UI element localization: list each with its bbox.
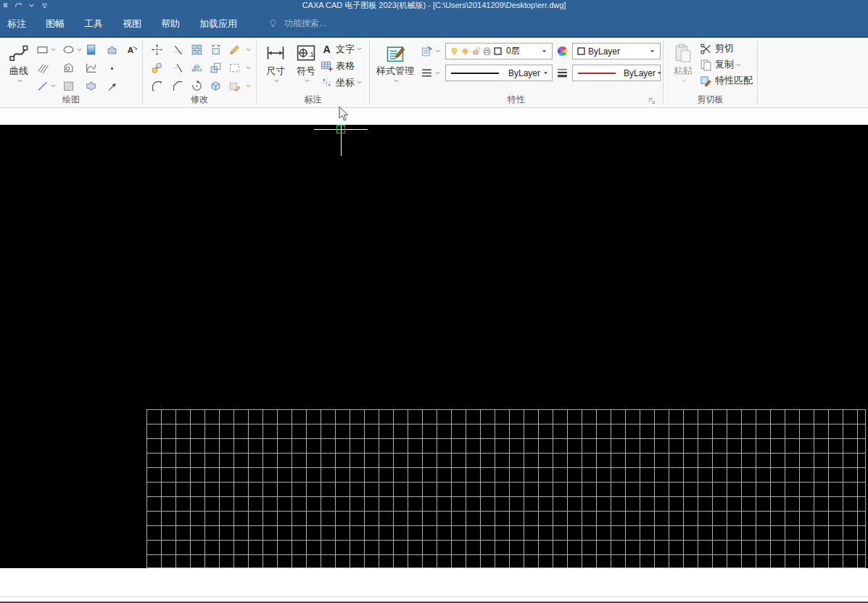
menu-tab-tools[interactable]: 工具 bbox=[84, 17, 103, 30]
menu-bar: 标注 图幅 工具 视图 帮助 加载应用 功能搜索... bbox=[0, 11, 868, 38]
paste-button[interactable]: 粘贴 bbox=[668, 40, 698, 84]
chevron-down-icon bbox=[393, 78, 400, 84]
chevron-down-icon[interactable] bbox=[50, 46, 57, 53]
unlock-icon bbox=[471, 46, 481, 56]
scale-icon[interactable] bbox=[210, 62, 222, 74]
region-icon[interactable] bbox=[62, 62, 75, 74]
match-properties-label: 特性匹配 bbox=[715, 74, 753, 87]
coordinate-button-label: 坐标 bbox=[336, 76, 355, 89]
gradient-fill-icon[interactable] bbox=[85, 44, 97, 56]
fillet-icon[interactable] bbox=[151, 80, 163, 92]
extend-icon[interactable] bbox=[172, 62, 184, 74]
color-wheel-icon[interactable] bbox=[556, 45, 569, 57]
chevron-down-icon bbox=[356, 79, 363, 86]
layer-combobox[interactable]: 0层 bbox=[445, 43, 553, 60]
chevron-down-icon[interactable] bbox=[245, 83, 252, 89]
coordinate-button[interactable]: 坐标 bbox=[321, 74, 363, 91]
menu-tab-drawing-frame[interactable]: 图幅 bbox=[46, 17, 65, 30]
menu-tab-load-apps[interactable]: 加载应用 bbox=[199, 17, 237, 30]
cut-button-label: 剪切 bbox=[715, 42, 734, 55]
hatch-fill-icon[interactable] bbox=[62, 80, 75, 92]
dimension-button[interactable]: 尺寸 bbox=[261, 40, 290, 84]
line-icon[interactable] bbox=[36, 80, 49, 92]
trim-icon[interactable] bbox=[172, 44, 184, 56]
chevron-down-icon[interactable] bbox=[76, 46, 83, 53]
move-icon[interactable] bbox=[151, 44, 163, 56]
box3d-icon[interactable] bbox=[210, 80, 222, 92]
chevron-down-icon[interactable] bbox=[434, 48, 441, 54]
part-profile-icon[interactable] bbox=[85, 80, 97, 92]
curve-button-label: 曲线 bbox=[9, 65, 28, 78]
function-search[interactable]: 功能搜索... bbox=[268, 17, 326, 30]
layer-tool-icon[interactable] bbox=[421, 45, 433, 57]
coordinate-icon bbox=[321, 76, 333, 89]
chevron-down-icon[interactable] bbox=[50, 83, 57, 89]
function-curve-icon[interactable] bbox=[85, 62, 97, 74]
dimension-button-label: 尺寸 bbox=[266, 65, 285, 78]
pointer-icon[interactable] bbox=[106, 80, 118, 92]
table-icon bbox=[321, 60, 333, 72]
chamfer-icon[interactable] bbox=[172, 80, 184, 92]
text-button-label: 文字 bbox=[336, 43, 355, 56]
match-properties-button[interactable]: 特性匹配 bbox=[700, 73, 753, 89]
dashed-rect-icon[interactable] bbox=[228, 62, 241, 74]
chevron-down-icon[interactable] bbox=[434, 70, 441, 76]
hatch-edit-icon[interactable] bbox=[228, 80, 241, 92]
chevron-down-icon bbox=[681, 78, 687, 84]
lineweight-icon[interactable] bbox=[556, 67, 569, 79]
color-combobox[interactable]: ByLayer bbox=[572, 43, 661, 60]
copy-button-label: 复制 bbox=[715, 58, 734, 71]
dropdown-arrow-icon bbox=[540, 47, 548, 55]
group-separator bbox=[757, 41, 758, 104]
paste-icon bbox=[673, 42, 693, 64]
svg-text:A: A bbox=[323, 44, 330, 55]
menu-tab-dimension[interactable]: 标注 bbox=[7, 17, 26, 30]
curve-button[interactable]: 曲线 bbox=[3, 40, 35, 84]
menu-tab-view[interactable]: 视图 bbox=[123, 17, 141, 30]
menu-tab-help[interactable]: 帮助 bbox=[161, 17, 180, 30]
cut-button[interactable]: 剪切 bbox=[700, 41, 753, 57]
ribbon-group-dimension: 尺寸 .1 符号 A 文字 表格 坐标 标注 bbox=[257, 38, 369, 107]
spline-curve-icon bbox=[9, 42, 29, 64]
delete-pencil-icon[interactable] bbox=[228, 44, 241, 56]
table-button[interactable]: 表格 bbox=[321, 57, 363, 74]
chevron-down-icon bbox=[17, 78, 23, 84]
svg-text:.1: .1 bbox=[308, 50, 314, 58]
modify-tool-grid bbox=[151, 41, 252, 95]
mirror-icon[interactable] bbox=[191, 62, 203, 74]
ellipse-icon[interactable] bbox=[62, 44, 75, 56]
stretch-icon[interactable] bbox=[210, 44, 222, 56]
hatch-lines-icon[interactable] bbox=[36, 62, 49, 74]
clipboard-small-buttons: 剪切 复制 特性匹配 bbox=[700, 41, 753, 89]
linetype-combobox[interactable]: ByLayer bbox=[445, 65, 553, 81]
chevron-down-icon[interactable] bbox=[245, 65, 252, 71]
lightbulb-search-icon bbox=[268, 18, 278, 29]
copy-offset-icon[interactable] bbox=[151, 62, 163, 74]
group-label-dimension: 标注 bbox=[257, 94, 369, 106]
style-manager-button[interactable]: 样式管理 bbox=[373, 40, 418, 84]
symbol-icon: .1 bbox=[296, 42, 316, 64]
symbol-button-label: 符号 bbox=[297, 65, 315, 78]
chevron-down-icon[interactable] bbox=[245, 46, 252, 53]
lineweight-combobox[interactable]: ByLayer bbox=[572, 65, 661, 81]
pickbox bbox=[336, 125, 345, 134]
drawing-canvas[interactable] bbox=[0, 125, 868, 568]
status-bar bbox=[0, 568, 868, 603]
rectangle-icon[interactable] bbox=[36, 44, 49, 56]
text-rotate-icon[interactable]: A bbox=[125, 44, 138, 56]
lineweight-value: ByLayer bbox=[624, 68, 656, 78]
rotate-icon[interactable] bbox=[191, 80, 203, 92]
text-button[interactable]: A 文字 bbox=[321, 41, 363, 57]
status-divider bbox=[0, 596, 868, 597]
block-insert-icon[interactable] bbox=[106, 44, 118, 56]
dimension-small-buttons: A 文字 表格 坐标 bbox=[321, 41, 363, 91]
match-properties-icon bbox=[700, 75, 712, 87]
array-icon[interactable] bbox=[191, 44, 203, 56]
copy-button[interactable]: 复制 bbox=[700, 57, 753, 73]
linetype-icon[interactable] bbox=[421, 67, 433, 79]
symbol-button[interactable]: .1 符号 bbox=[292, 40, 321, 84]
point-icon[interactable] bbox=[106, 62, 118, 74]
bulb-icon bbox=[450, 46, 459, 56]
properties-controls: 0层 ByLayer ByLayer bbox=[421, 43, 661, 81]
function-search-label: 功能搜索... bbox=[284, 17, 326, 30]
